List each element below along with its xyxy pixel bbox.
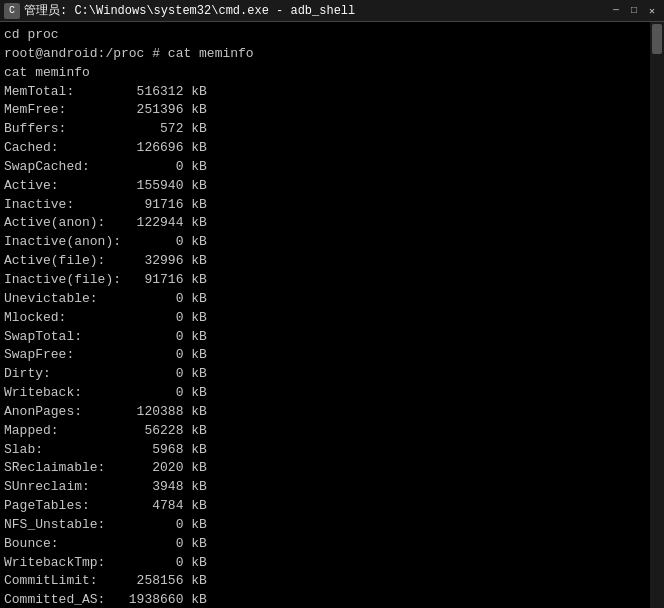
- terminal-output: cd procroot@android:/proc # cat meminfoc…: [0, 22, 664, 608]
- terminal-line: Active(anon): 122944 kB: [4, 214, 660, 233]
- terminal-line: Dirty: 0 kB: [4, 365, 660, 384]
- terminal-line: SwapCached: 0 kB: [4, 158, 660, 177]
- terminal-line: SUnreclaim: 3948 kB: [4, 478, 660, 497]
- terminal-line: Inactive(file): 91716 kB: [4, 271, 660, 290]
- minimize-button[interactable]: ─: [608, 3, 624, 19]
- terminal-line: Inactive(anon): 0 kB: [4, 233, 660, 252]
- terminal-line: MemFree: 251396 kB: [4, 101, 660, 120]
- terminal-line: WritebackTmp: 0 kB: [4, 554, 660, 573]
- terminal-line: cd proc: [4, 26, 660, 45]
- close-button[interactable]: ✕: [644, 3, 660, 19]
- terminal-line: Mapped: 56228 kB: [4, 422, 660, 441]
- terminal-line: Slab: 5968 kB: [4, 441, 660, 460]
- terminal-line: Active: 155940 kB: [4, 177, 660, 196]
- terminal-line: Mlocked: 0 kB: [4, 309, 660, 328]
- terminal-line: Inactive: 91716 kB: [4, 196, 660, 215]
- terminal-line: PageTables: 4784 kB: [4, 497, 660, 516]
- titlebar-title: 管理员: C:\Windows\system32\cmd.exe - adb_s…: [24, 2, 355, 19]
- terminal-line: AnonPages: 120388 kB: [4, 403, 660, 422]
- terminal-line: NFS_Unstable: 0 kB: [4, 516, 660, 535]
- terminal-line: Committed_AS: 1938660 kB: [4, 591, 660, 608]
- terminal-line: Writeback: 0 kB: [4, 384, 660, 403]
- terminal-line: SwapFree: 0 kB: [4, 346, 660, 365]
- terminal-line: Bounce: 0 kB: [4, 535, 660, 554]
- terminal-line: Unevictable: 0 kB: [4, 290, 660, 309]
- terminal-line: Buffers: 572 kB: [4, 120, 660, 139]
- terminal-line: SwapTotal: 0 kB: [4, 328, 660, 347]
- terminal-line: root@android:/proc # cat meminfo: [4, 45, 660, 64]
- app-icon: C: [4, 3, 20, 19]
- scrollbar-thumb[interactable]: [652, 24, 662, 54]
- titlebar-left: C 管理员: C:\Windows\system32\cmd.exe - adb…: [4, 2, 355, 19]
- terminal-line: SReclaimable: 2020 kB: [4, 459, 660, 478]
- terminal-line: cat meminfo: [4, 64, 660, 83]
- terminal-line: Cached: 126696 kB: [4, 139, 660, 158]
- scrollbar[interactable]: [650, 22, 664, 608]
- titlebar-buttons: ─ □ ✕: [608, 3, 660, 19]
- terminal-line: CommitLimit: 258156 kB: [4, 572, 660, 591]
- titlebar: C 管理员: C:\Windows\system32\cmd.exe - adb…: [0, 0, 664, 22]
- terminal-line: MemTotal: 516312 kB: [4, 83, 660, 102]
- terminal-line: Active(file): 32996 kB: [4, 252, 660, 271]
- restore-button[interactable]: □: [626, 3, 642, 19]
